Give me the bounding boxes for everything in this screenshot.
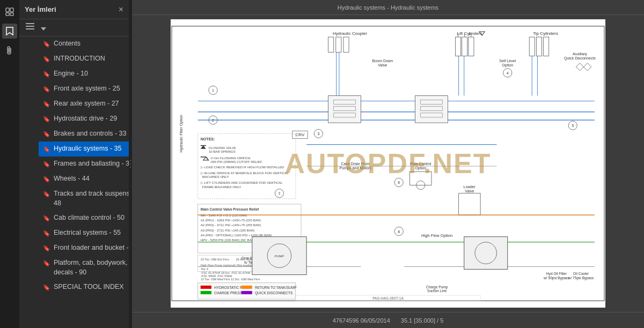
bookmark-icon-front-axle: 🔖 (43, 85, 50, 93)
svg-text:Loader: Loader (464, 185, 476, 189)
sidebar-title: Yer İmleri (25, 5, 56, 13)
svg-text:Case Drain From: Case Drain From (341, 162, 370, 166)
bookmark-icon-tracks: 🔖 (43, 190, 50, 198)
svg-text:Boom Down: Boom Down (372, 59, 393, 63)
svg-text:Tip Cylinders: Tip Cylinders (533, 31, 558, 36)
hydraulic-diagram-svg: Hydraulic Coupler Lift Cylinders Tip Cyl… (171, 19, 605, 308)
svg-rect-5 (26, 26, 34, 27)
svg-text:5: 5 (572, 124, 574, 128)
svg-text:▷ IN-LINE ORIFICE AT MANIFOLD : ▷ IN-LINE ORIFICE AT MANIFOLD BLOCK FOR … (201, 172, 289, 175)
svg-text:Hydraulic Coupler: Hydraulic Coupler (333, 31, 368, 36)
svg-rect-125 (328, 95, 361, 123)
bookmark-icon-engine: 🔖 (43, 70, 50, 78)
svg-text:A2 (PR2) - 3711 PSI +145/+75 (: A2 (PR2) - 3711 PSI +145/+75 (255 BAR) (201, 223, 261, 227)
svg-rect-129 (415, 95, 448, 123)
svg-text:Hyd Oil Filter: Hyd Oil Filter (546, 272, 567, 276)
svg-text:Valve: Valve (465, 189, 474, 193)
svg-text:w/ 50psi Bypass: w/ 50psi Bypass (543, 276, 569, 280)
svg-text:MACHINES ONLY: MACHINES ONLY (202, 175, 229, 178)
svg-text:Quick Disconnects: Quick Disconnects (564, 56, 596, 61)
svg-text:NOTES:: NOTES: (201, 137, 215, 141)
doc-area[interactable]: Hydraulic Coupler Lift Cylinders Tip Cyl… (132, 15, 644, 312)
sidebar-menu-button[interactable] (24, 22, 36, 33)
bookmark-icon-brakes: 🔖 (43, 130, 50, 138)
svg-text:Ride Control: Ride Control (410, 162, 431, 166)
svg-text:7: 7 (279, 192, 281, 196)
bookmark-icon-wheels: 🔖 (43, 175, 50, 183)
svg-rect-1 (10, 8, 13, 12)
svg-text:High Flow Option: High Flow Option (421, 233, 452, 238)
svg-text:Oil Cooler: Oil Cooler (573, 272, 589, 275)
svg-text:RETURN TO TANK/SUMP: RETURN TO TANK/SUMP (255, 286, 297, 289)
bookmark-icon-electrical: 🔖 (43, 229, 50, 237)
main-content: Hydraulic systems - Hydraulic systems Hy… (132, 0, 644, 328)
svg-point-7 (130, 160, 131, 161)
svg-text:Valve: Valve (378, 63, 387, 68)
svg-rect-6 (26, 28, 34, 29)
svg-text:Option: Option (502, 63, 513, 68)
svg-text:MR - 3348 PSI +72.5 (210 BAR): MR - 3348 PSI +72.5 (210 BAR) (201, 214, 247, 217)
doc-footer: 47674596 06/05/2014 35.1 [35.000] / 5 (132, 312, 644, 328)
bookmark-icon-platform: 🔖 (43, 259, 50, 267)
pages-icon[interactable] (2, 4, 17, 19)
svg-text:Suction Line: Suction Line (427, 289, 447, 293)
svg-point-9 (130, 167, 131, 168)
svg-text:A1 (PR1) - 3263 PSI +145/+75 (: A1 (PR1) - 3263 PSI +145/+75 (225 BAR) (201, 219, 261, 222)
svg-rect-141 (201, 291, 211, 294)
attachments-icon[interactable] (2, 43, 17, 58)
bookmarks-icon[interactable] (2, 24, 17, 39)
svg-text:FLUSHING VALVE: FLUSHING VALVE (209, 146, 236, 150)
svg-text:23 Ton -ISM 8ml Firm: 23 Ton -ISM 8ml Firm (201, 258, 229, 261)
svg-text:QUICK DISCONNECTS: QUICK DISCONNECTS (255, 291, 293, 295)
bookmark-icon-special-tool: 🔖 (43, 284, 50, 292)
svg-point-8 (130, 163, 131, 165)
footer-doc-id: 47674596 06/05/2014 (333, 317, 390, 324)
bookmark-icon-introduction: 🔖 (43, 55, 50, 63)
svg-text:8: 8 (398, 230, 400, 234)
svg-rect-4 (26, 23, 34, 24)
sidebar-close-button[interactable]: × (119, 5, 123, 14)
sidebar-toolbar (19, 19, 129, 36)
svg-text:w/ 75psi Bypass: w/ 75psi Bypass (568, 276, 594, 280)
svg-text:4: 4 (507, 71, 509, 76)
svg-rect-3 (10, 13, 13, 16)
svg-text:2: 2 (212, 118, 214, 123)
sidebar-dropdown-button[interactable] (39, 23, 48, 33)
svg-text:HPV - 5250 PSI (226 BAR) (NC B: HPV - 5250 PSI (226 BAR) (NC BAR) (201, 238, 255, 242)
bookmark-icon-hydraulic: 🔖 (43, 145, 50, 153)
sidebar-header: Yer İmleri × (19, 0, 129, 19)
svg-rect-139 (201, 286, 211, 289)
svg-rect-145 (241, 291, 252, 294)
svg-text:PUMP: PUMP (275, 255, 284, 258)
svg-rect-143 (241, 286, 252, 289)
svg-text:PAG-HAG-28ST-1A: PAG-HAG-28ST-1A (372, 296, 404, 300)
bookmark-icon-front-loader: 🔖 (43, 244, 50, 252)
svg-text:Pumps and Motors: Pumps and Motors (340, 166, 372, 170)
bookmark-icon-cab-climate: 🔖 (43, 214, 50, 222)
svg-text:-2 mm FLUSHING ORIFICE: -2 mm FLUSHING ORIFICE (210, 156, 251, 160)
svg-rect-0 (6, 8, 9, 12)
doc-breadcrumb: Hydraulic systems - Hydraulic systems (132, 0, 644, 15)
svg-text:10 BAR SPRINGS: 10 BAR SPRINGS (209, 150, 236, 153)
svg-text:13 Ton -ISM Med Firm  12.5cc -: 13 Ton -ISM Med Firm 12.5cc -ISM Med Fir… (201, 278, 260, 281)
bookmark-icon-frames: 🔖 (43, 160, 50, 168)
svg-text:6: 6 (398, 181, 400, 185)
svg-rect-2 (6, 13, 9, 16)
svg-text:A4 (PR2 - OPTIONAL) 1160 PSI +: A4 (PR2 - OPTIONAL) 1160 PSI +1160 (80 B… (201, 234, 272, 237)
doc-page: Hydraulic Coupler Lift Cylinders Tip Cyl… (171, 19, 605, 308)
bookmark-icon-contents: 🔖 (43, 40, 50, 48)
bookmark-icon-hydrostatic: 🔖 (43, 115, 50, 123)
svg-text:3: 3 (317, 132, 319, 136)
svg-text:FRAME MACHINES ONLY: FRAME MACHINES ONLY (202, 185, 241, 189)
svg-text:Hydraulic Filter Option: Hydraulic Filter Option (179, 115, 184, 152)
svg-text:Main Control Valve Pressure Re: Main Control Valve Pressure Relief (201, 207, 259, 211)
svg-text:-290 PSI (20BAR) CUTOFF RELIEF: -290 PSI (20BAR) CUTOFF RELIEF (210, 160, 262, 163)
svg-text:▷ LOAD CHECK REMOVED IF HIGH F: ▷ LOAD CHECK REMOVED IF HIGH FLOW INSTAL… (201, 166, 284, 169)
sidebar-panel: Yer İmleri × 🔖 Contents (0, 0, 129, 328)
svg-text:Auxiliary: Auxiliary (573, 52, 587, 56)
svg-text:▷ LIFT CYLINDERS ARE CUSHIONED: ▷ LIFT CYLINDERS ARE CUSHIONED FOR VERTI… (201, 181, 283, 184)
svg-rect-136 (464, 237, 508, 270)
sidebar-icon-strip (0, 0, 19, 328)
svg-text:A3 (PR3) - 2711 PSI +145 (185 : A3 (PR3) - 2711 PSI +145 (185 BAR) (201, 229, 255, 232)
svg-text:1: 1 (212, 88, 214, 93)
